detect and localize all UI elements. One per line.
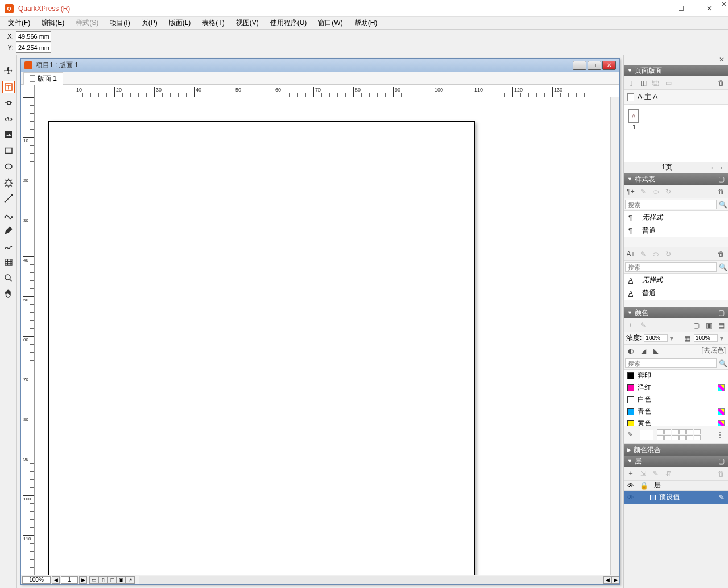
new-layer-icon[interactable]: ＋ [626,469,635,478]
dup-char-style-icon[interactable]: ⬭ [651,250,660,259]
panel-menu-icon[interactable]: ▢ [718,457,725,465]
recent-colors-grid[interactable] [657,429,701,440]
delete-layer-icon[interactable]: 🗑 [717,469,726,478]
opacity-input-1[interactable] [644,334,668,342]
layer-row-default[interactable]: 👁 预设值 ✎ [624,491,728,504]
x-input[interactable] [16,31,51,42]
oval-tool[interactable] [2,160,15,173]
delete-char-style-icon[interactable]: 🗑 [717,250,726,259]
page[interactable] [48,121,475,575]
merge-layer-icon[interactable]: ⇲ [639,469,648,478]
trash-icon[interactable]: 🗑 [717,78,726,88]
panels-close-icon[interactable]: ✕ [717,55,727,65]
color-item[interactable]: 洋红 [624,382,728,394]
move-layer-icon[interactable]: ⇵ [664,469,673,478]
menu-layout[interactable]: 版面(L) [163,17,197,29]
blend-icon-1[interactable]: ◐ [626,346,635,355]
layers-panel-header[interactable]: ▼ 层 ▢ [624,456,728,467]
horizontal-scrollbar[interactable] [139,576,603,584]
search-icon[interactable]: 🔍 [718,261,728,273]
toolstrip-close-icon[interactable]: ✕ [721,0,727,8]
edit-style-icon[interactable]: ✎ [639,187,648,196]
menu-window[interactable]: 窗口(W) [312,17,348,29]
page-prev-button[interactable]: ◀ [52,576,60,584]
style-no-style[interactable]: ¶无样式 [624,211,728,224]
document-tab[interactable]: 版面 1 [23,72,63,85]
style-normal[interactable]: ¶普通 [624,224,728,237]
char-style-search[interactable] [625,262,717,272]
menu-page[interactable]: 页(P) [136,17,163,29]
doc-maximize-button[interactable]: □ [588,61,601,70]
menu-view[interactable]: 视图(V) [230,17,264,29]
menu-help[interactable]: 帮助(H) [349,17,383,29]
facing-pages-icon[interactable]: ◫ [639,78,648,88]
spread-icon[interactable]: ▭ [664,78,673,88]
image-tool[interactable] [2,129,15,141]
pan-tool[interactable] [2,288,15,300]
panel-menu-icon[interactable]: ▢ [718,309,725,317]
freehand-tool[interactable] [2,240,15,252]
update-style-icon[interactable]: ↻ [664,187,673,196]
view-mode-3[interactable]: ▢ [107,576,117,584]
color-item[interactable]: 套印 [624,370,728,382]
y-input[interactable] [16,43,51,53]
view-mode-1[interactable]: ▭ [89,576,98,584]
current-color-swatch[interactable] [640,430,653,440]
opacity-input-2[interactable] [694,334,718,342]
maximize-button[interactable]: ☐ [672,3,689,14]
fill-mode-icon[interactable]: ▣ [704,321,713,330]
single-page-icon[interactable]: ▯ [626,78,635,88]
close-button[interactable]: ✕ [701,3,718,14]
zoom-field[interactable]: 100% [22,576,51,584]
text-tool[interactable] [2,81,15,93]
knockout-label[interactable]: [去底色] [701,346,726,355]
edit-color-icon[interactable]: ✎ [639,321,648,330]
menu-utilities[interactable]: 使用程序(U) [264,17,313,29]
new-char-style-icon[interactable]: A+ [626,250,635,259]
scroll-left-button[interactable]: ◀ [603,576,611,584]
color-item[interactable]: 白色 [624,394,728,405]
layer-edit-icon[interactable]: ✎ [719,494,725,502]
color-item[interactable]: 黄色 [624,417,728,426]
table-tool[interactable] [2,256,15,268]
minimize-button[interactable]: ─ [644,3,661,14]
scroll-right-button[interactable]: ▶ [611,576,619,584]
view-mode-5[interactable]: ↗ [126,576,135,584]
delete-style-icon[interactable]: 🗑 [717,187,726,196]
ruler-origin[interactable] [21,85,35,97]
canvas[interactable] [35,97,610,575]
blend-icon-2[interactable]: ◢ [639,346,648,355]
opacity-dropdown-1[interactable]: ▾ [670,334,676,342]
recent-colors-menu-icon[interactable]: ⋮ [715,430,725,440]
new-color-icon[interactable]: ＋ [626,321,635,330]
bezier-tool[interactable] [2,208,15,221]
view-mode-2[interactable]: ▯ [98,576,107,584]
vertical-ruler[interactable]: 102030405060708090100110120130 [21,97,35,575]
duplicate-style-icon[interactable]: ⬭ [651,187,660,196]
text-mode-icon[interactable]: ▤ [717,321,726,330]
panel-menu-icon[interactable]: ▢ [718,175,725,183]
char-style-normal[interactable]: A普通 [624,287,728,300]
link-tool[interactable] [2,97,15,109]
paragraph-style-search[interactable] [625,200,717,209]
doc-close-button[interactable]: ✕ [602,61,616,70]
unlink-tool[interactable] [2,113,15,125]
opacity-swatch-icon[interactable]: ▦ [682,334,692,343]
new-paragraph-style-icon[interactable]: ¶+ [626,187,635,196]
page-thumbnail[interactable]: A 1 [628,109,640,157]
color-search[interactable] [625,358,717,368]
master-page-row[interactable]: A-主 A [624,90,728,105]
frame-mode-icon[interactable]: ▢ [692,321,701,330]
vertical-scrollbar[interactable] [610,97,619,575]
move-tool[interactable] [2,65,15,77]
blend-panel-header[interactable]: ▶ 颜色混合 [624,444,728,456]
color-item[interactable]: 青色 [624,405,728,417]
horizontal-ruler[interactable]: 102030405060708090100110120130 [35,85,610,97]
rectangle-tool[interactable] [2,144,15,157]
document-titlebar[interactable]: 项目1 : 版面 1 _ □ ✕ [21,59,619,72]
starburst-tool[interactable] [2,176,15,189]
opacity-dropdown-2[interactable]: ▾ [720,334,726,342]
menu-style[interactable]: 样式(S) [70,17,104,29]
eyedropper-icon[interactable]: ✎ [627,430,636,440]
zoom-tool[interactable] [2,272,15,284]
